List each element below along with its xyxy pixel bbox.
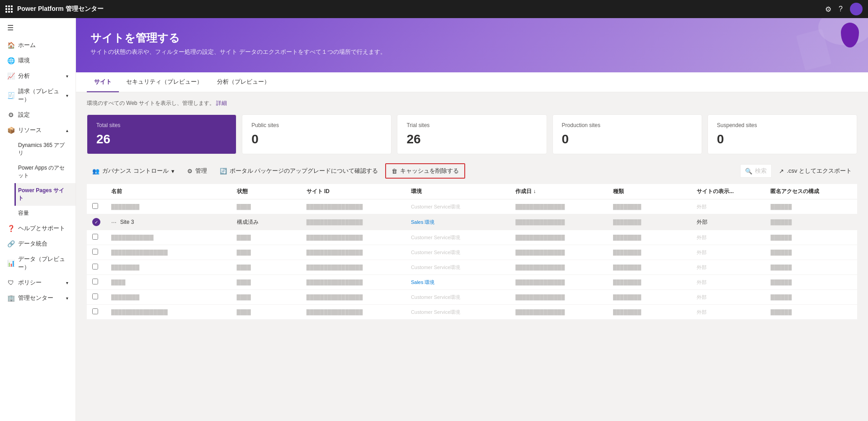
row-env: Customer Service環境 <box>406 305 510 320</box>
col-display-header[interactable]: サイトの表示... <box>691 184 765 199</box>
sidebar-item-environment[interactable]: 🌐 環境 <box>0 53 75 68</box>
row-checkbox[interactable] <box>92 308 98 314</box>
row-status: ████ <box>231 260 301 275</box>
sidebar-item-capacity[interactable]: 容量 <box>14 206 75 221</box>
col-name-header[interactable]: 名前 <box>106 184 231 199</box>
settings-icon[interactable]: ⚙ <box>825 5 831 14</box>
stat-total-sites[interactable]: Total sites 26 <box>87 114 236 154</box>
row-checkbox[interactable] <box>92 279 98 284</box>
row-anon: ██████ <box>765 245 857 260</box>
governance-icon: 👥 <box>92 168 99 175</box>
sidebar-item-data-preview[interactable]: 📊 データ（プレビュー） <box>0 251 75 275</box>
tab-security[interactable]: セキュリティ（プレビュー） <box>119 72 210 92</box>
tab-sites[interactable]: サイト <box>87 72 119 92</box>
col-type-header[interactable]: 種類 <box>608 184 691 199</box>
sidebar-item-policy[interactable]: 🛡 ポリシー ▾ <box>0 275 75 290</box>
row-check[interactable] <box>87 290 106 305</box>
manage-button[interactable]: ⚙ 管理 <box>182 164 212 178</box>
row-date: ██████████████ <box>510 275 608 290</box>
page-body: 環境のすべての Web サイトを表示し、管理します。 詳細 Total site… <box>76 92 868 421</box>
row-date: ██████████████ <box>510 305 608 320</box>
sidebar-item-billing[interactable]: 🧾 請求（プレビュー） ▾ <box>0 84 75 107</box>
table-row[interactable]: ████████████████ ████ ████████████████ C… <box>87 305 857 320</box>
sidebar-item-data-integration[interactable]: 🔗 データ統合 <box>0 236 75 251</box>
toolbar: 👥 ガバナンス コントロール ▾ ⚙ 管理 🔄 ポータル パッケージのアップグレ… <box>87 163 857 179</box>
sidebar-settings-icon: ⚙ <box>7 111 14 118</box>
col-anon-header[interactable]: 匿名アクセスの構成 <box>765 184 857 199</box>
governance-button[interactable]: 👥 ガバナンス コントロール ▾ <box>87 164 180 178</box>
row-siteid: ████████████████ <box>301 290 406 305</box>
col-status-header[interactable]: 状態 <box>231 184 301 199</box>
table-row[interactable]: ████████ ████ ████████████████ Customer … <box>87 290 857 305</box>
row-siteid: ████████████████ <box>301 260 406 275</box>
table-row[interactable]: ████████ ████ ████████████████ Customer … <box>87 199 857 214</box>
row-checkbox[interactable] <box>92 234 98 240</box>
table-row[interactable]: ✓ ··· Site 3 構成済み ████████████████ Sales… <box>87 214 857 230</box>
row-env: Customer Service環境 <box>406 245 510 260</box>
stat-total-label: Total sites <box>96 122 227 128</box>
app-grid-icon[interactable] <box>5 5 13 13</box>
clear-cache-button[interactable]: 🗑 キャッシュを削除する <box>385 163 465 179</box>
row-anon: ██████ <box>765 199 857 214</box>
table-row[interactable]: ████████████████ ████ ████████████████ C… <box>87 245 857 260</box>
topbar: Power Platform 管理センター ⚙ ? <box>0 0 868 18</box>
hamburger-icon[interactable]: ☰ <box>0 18 75 38</box>
sidebar-item-admin-center[interactable]: 🏢 管理センター ▾ <box>0 290 75 306</box>
stat-public-sites[interactable]: Public sites 0 <box>242 114 392 154</box>
sites-table: 名前 状態 サイト ID 環境 作成日 ↓ 種類 サイトの表示... 匿名アクセ… <box>87 184 857 320</box>
tab-analytics[interactable]: 分析（プレビュー） <box>210 72 277 92</box>
row-checkbox[interactable] <box>92 264 98 270</box>
row-checkbox[interactable] <box>92 293 98 299</box>
row-anon: ██████ <box>765 214 857 230</box>
row-ellipsis-button[interactable]: ··· <box>111 218 117 226</box>
table-row[interactable]: ████████████ ████ ████████████████ Custo… <box>87 230 857 245</box>
row-check[interactable] <box>87 245 106 260</box>
row-env: Customer Service環境 <box>406 290 510 305</box>
row-type: ████████ <box>608 245 691 260</box>
row-check[interactable]: ✓ <box>87 214 106 230</box>
sidebar-item-settings[interactable]: ⚙ 設定 <box>0 107 75 123</box>
sidebar-item-resources[interactable]: 📦 リソース ▴ <box>0 123 75 138</box>
sidebar-item-help[interactable]: ❓ ヘルプとサポート <box>0 221 75 236</box>
selected-check-icon[interactable]: ✓ <box>92 218 100 226</box>
sidebar-item-analytics[interactable]: 📈 分析 ▾ <box>0 68 75 84</box>
table-row[interactable]: ████████ ████ ████████████████ Customer … <box>87 260 857 275</box>
upgrade-icon: 🔄 <box>220 168 227 175</box>
sidebar-item-dynamics365[interactable]: Dynamics 365 アプリ <box>14 138 75 161</box>
sidebar-env-label: 環境 <box>18 57 30 65</box>
row-status: ████ <box>231 305 301 320</box>
row-check[interactable] <box>87 275 106 290</box>
search-bar: 🔍 検索 <box>740 164 772 178</box>
col-date-header[interactable]: 作成日 ↓ <box>510 184 608 199</box>
help-icon[interactable]: ? <box>839 5 843 13</box>
stat-trial-sites[interactable]: Trial sites 26 <box>397 114 547 154</box>
table-row[interactable]: ████ ████ ████████████████ Sales 環境 ████… <box>87 275 857 290</box>
col-env-header[interactable]: 環境 <box>406 184 510 199</box>
row-check[interactable] <box>87 230 106 245</box>
row-checkbox[interactable] <box>92 203 98 209</box>
billing-icon: 🧾 <box>7 92 14 99</box>
stat-production-label: Production sites <box>562 122 693 128</box>
upgrade-button[interactable]: 🔄 ポータル パッケージのアップグレードについて確認する <box>214 164 384 178</box>
stat-suspended-sites[interactable]: Suspended sites 0 <box>708 114 857 154</box>
sidebar-item-powerpages[interactable]: Power Pages サイト <box>14 183 75 206</box>
avatar[interactable] <box>850 3 863 15</box>
sidebar-item-powerapps[interactable]: Power Apps のアセット <box>14 161 75 183</box>
sidebar-item-home[interactable]: 🏠 ホーム <box>0 38 75 53</box>
row-date: ██████████████ <box>510 214 608 230</box>
row-check[interactable] <box>87 305 106 320</box>
sidebar-billing-label: 請求（プレビュー） <box>18 87 62 104</box>
col-siteid-header[interactable]: サイト ID <box>301 184 406 199</box>
row-check[interactable] <box>87 260 106 275</box>
row-checkbox[interactable] <box>92 249 98 255</box>
row-status: ████ <box>231 275 301 290</box>
export-button[interactable]: ↗ .csv としてエクスポート <box>774 164 857 178</box>
export-icon: ↗ <box>779 168 784 175</box>
cache-icon: 🗑 <box>392 168 397 175</box>
stat-production-sites[interactable]: Production sites 0 <box>552 114 702 154</box>
row-name: ··· Site 3 <box>106 214 231 230</box>
row-siteid: ████████████████ <box>301 214 406 230</box>
info-link[interactable]: 詳細 <box>216 100 227 106</box>
row-check[interactable] <box>87 199 106 214</box>
row-display: 外部 <box>691 214 765 230</box>
